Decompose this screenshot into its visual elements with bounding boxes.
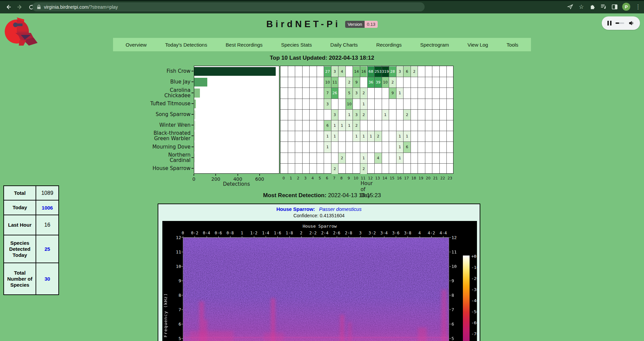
heatmap-cell-black-throated-green-warbler-h6: 1 <box>324 131 331 141</box>
heatmap-cell-winter-wren-h7: 1 <box>331 120 338 131</box>
recent-detection-heading: Most Recent Detection: 2022-04-13 18:15:… <box>0 192 644 199</box>
back-button[interactable] <box>4 3 13 11</box>
heatmap-cell-carolina-chickadee-h15: 9 <box>389 88 396 98</box>
ytick <box>192 157 194 158</box>
heatmap-cell-fish-crow-h17: 6 <box>404 66 411 77</box>
audio-player[interactable] <box>602 16 640 30</box>
spec-time-label-21: 4·2 <box>428 231 435 235</box>
heatmap-gridline-h <box>280 120 454 120</box>
heatmap-cell-black-throated-green-warbler-h10: 1 <box>353 131 360 141</box>
heatmap-cell-blue-jay-h7: 11 <box>331 77 338 88</box>
ytick <box>192 93 194 93</box>
nav-item-recordings[interactable]: Recordings <box>376 42 402 48</box>
spec-freq-tick <box>449 309 451 310</box>
spec-db-label-20: -20 <box>471 276 477 281</box>
spec-time-label-3: 0·6 <box>215 231 222 235</box>
spec-freq-tick <box>181 237 183 238</box>
nav-item-overview[interactable]: Overview <box>126 42 147 48</box>
profile-avatar[interactable]: P <box>622 3 630 11</box>
bar-xtick-label: 400 <box>233 176 242 182</box>
send-icon[interactable] <box>567 3 574 10</box>
hour-label-14: 14 <box>382 176 387 180</box>
species-label-house-sparrow: House Sparrow <box>111 166 191 171</box>
spectrogram-plot <box>183 237 449 341</box>
stats-value-today[interactable]: 1006 <box>36 200 59 215</box>
heatmap-cell-fish-crow-h11: 16 <box>360 66 367 77</box>
ytick <box>192 103 194 104</box>
heatmap-cell-fish-crow-h6: 27 <box>324 66 331 77</box>
menu-dots-icon[interactable]: ⋮ <box>635 3 641 10</box>
spec-time-label-2: 0·4 <box>203 231 210 235</box>
heatmap-cell-song-sparrow-h14: 1 <box>382 110 389 120</box>
spec-time-tick <box>337 236 337 237</box>
forward-button[interactable] <box>15 3 24 11</box>
audio-seek-bar[interactable] <box>615 22 624 24</box>
ytick <box>192 135 194 136</box>
spectrogram-freq-axis-label: Frequency (kHz) <box>163 293 168 337</box>
spec-time-tick <box>408 236 408 237</box>
ytick <box>192 168 194 169</box>
stats-value-species-detected-today[interactable]: 25 <box>36 235 59 263</box>
spec-time-tick <box>242 236 242 237</box>
pause-button[interactable] <box>607 21 611 25</box>
heatmap-cell-blue-jay-h6: 10 <box>324 77 331 88</box>
spec-time-label-5: 1 <box>241 231 243 235</box>
spec-time-tick <box>396 236 396 237</box>
stats-label-species-detected-today: Species Detected Today <box>4 235 36 263</box>
heatmap-cell-fish-crow-h16: 3 <box>396 66 404 77</box>
nav-item-tools[interactable]: Tools <box>506 42 518 48</box>
nav-item-species-stats[interactable]: Species Stats <box>281 42 312 48</box>
birdnetpi-page: BirdNET-Pi Version 0.13 OverviewToday's … <box>0 13 644 341</box>
ytick <box>192 114 194 115</box>
heatmap-cell-fish-crow-h7: 3 <box>331 66 338 77</box>
bar-black-throated-green-warbler <box>194 132 195 140</box>
hour-label-22: 22 <box>440 176 445 180</box>
url-bar[interactable]: virginia.birdnetpi.com/?stream=play <box>32 2 425 11</box>
nav-item-best-recordings[interactable]: Best Recordings <box>226 42 263 48</box>
media-playlist-icon[interactable] <box>600 3 607 10</box>
nav-item-daily-charts[interactable]: Daily Charts <box>330 42 358 48</box>
spectrogram-title: House Sparrow <box>162 224 477 229</box>
spec-time-tick <box>289 236 290 237</box>
spec-freq-tick <box>449 266 451 267</box>
heatmap-cell-carolina-chickadee-h16: 1 <box>396 88 404 98</box>
heatmap-gridline-h <box>280 131 454 131</box>
heatmap-cell-northern-cardinal-h16: 1 <box>396 153 404 163</box>
bookmark-star-icon[interactable]: ☆ <box>578 3 585 10</box>
bar-xtick <box>237 174 238 176</box>
spec-time-tick <box>183 236 183 237</box>
nav-item-today-s-detections[interactable]: Today's Detections <box>165 42 207 48</box>
bar-xtick <box>194 174 194 176</box>
stats-table: Total1089Today1006Last Hour16Species Det… <box>3 185 59 295</box>
spec-freq-label-left-8: 8 <box>162 293 181 298</box>
spec-freq-label-right-7: 7 <box>451 307 454 312</box>
extensions-icon[interactable] <box>589 3 596 10</box>
nav-item-spectrogram[interactable]: Spectrogram <box>420 42 449 48</box>
nav-item-view-log[interactable]: View Log <box>468 42 488 48</box>
stats-value-total: 1089 <box>36 186 59 200</box>
hour-label-23: 23 <box>447 176 452 180</box>
heatmap-cell-tufted-titmouse-h11: 1 <box>360 99 367 109</box>
heatmap-cell-black-throated-green-warbler-h16: 1 <box>396 131 404 141</box>
stats-value-total-number-of-species[interactable]: 30 <box>36 263 59 295</box>
species-label-northern-cardinal: NorthernCardinal <box>111 152 191 163</box>
bar-northern-cardinal <box>194 154 195 162</box>
hour-label-19: 19 <box>419 176 423 180</box>
hour-label-17: 17 <box>404 176 409 180</box>
heatmap-gridline-h <box>280 99 454 99</box>
species-common-name[interactable]: House Sparrow: <box>276 206 315 212</box>
bar-blue-jay <box>194 78 207 87</box>
spec-time-label-1: 0·2 <box>191 231 198 235</box>
spec-time-label-0: 0 <box>181 231 184 235</box>
detection-species-line: House Sparrow: Passer domesticus <box>158 206 480 212</box>
heatmap-cell-carolina-chickadee-h11: 2 <box>360 88 367 98</box>
side-panel-icon[interactable] <box>611 3 618 10</box>
spec-time-label-18: 3·6 <box>392 231 399 235</box>
spec-freq-label-left-12: 12 <box>162 235 181 240</box>
spec-freq-tick <box>449 281 451 281</box>
volume-icon[interactable] <box>628 20 634 26</box>
spec-db-label-40: -40 <box>471 298 477 303</box>
bar-song-sparrow <box>194 110 196 119</box>
heatmap-cell-black-throated-green-warbler-h7: 1 <box>331 131 338 141</box>
spec-time-label-16: 3·2 <box>369 231 376 235</box>
